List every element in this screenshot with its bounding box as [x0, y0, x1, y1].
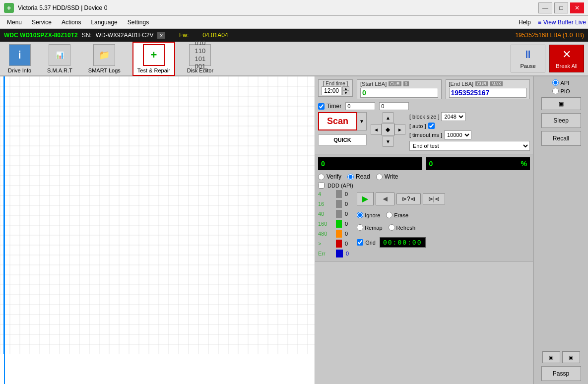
view-buffer-label: View Buffer Live: [543, 19, 586, 26]
graph-cursor: [4, 76, 5, 384]
maximize-button[interactable]: □: [554, 2, 568, 13]
verify-label: Verify: [327, 173, 341, 180]
ddd-label: DDD (API): [327, 183, 353, 189]
minimize-button[interactable]: —: [538, 2, 552, 13]
end-of-test-select[interactable]: End of test: [409, 141, 530, 151]
pause-button[interactable]: ⏸ Pause: [511, 45, 545, 72]
read-radio[interactable]: [347, 174, 354, 180]
nav-down-button[interactable]: ▼: [383, 136, 393, 147]
skip-forward-button[interactable]: ⊳|⊲: [423, 193, 445, 204]
menu-item-actions[interactable]: Actions: [57, 17, 86, 27]
nav-right-button[interactable]: ►: [394, 124, 405, 135]
block-size-label: [ block size ]: [409, 114, 440, 120]
small-button-1[interactable]: ▣: [541, 97, 581, 110]
end-time-input: ▲ ▼: [322, 86, 349, 95]
scan-button[interactable]: Scan: [318, 112, 357, 130]
write-radio[interactable]: [376, 174, 383, 180]
smart-button[interactable]: 📊 S.M.A.R.T: [43, 43, 76, 75]
xs-button-1[interactable]: ▣: [542, 351, 560, 363]
progress-value-2: 0: [429, 160, 433, 168]
device-fw: 04.01A04: [202, 32, 228, 39]
stat-480ms-bar: [336, 230, 342, 238]
block-size-row: [ block size ] 2048 1024 512: [409, 112, 530, 121]
menu-bar: Menu Service Actions Language Settings H…: [0, 16, 588, 29]
grid-check: Grid: [357, 239, 376, 246]
erase-radio[interactable]: [386, 212, 392, 218]
test-repair-icon: +: [143, 44, 165, 66]
ddd-checkbox[interactable]: [318, 182, 325, 189]
menu-item-help[interactable]: Help: [514, 17, 536, 27]
drive-info-icon: i: [9, 44, 31, 66]
menu-item-language[interactable]: Language: [86, 17, 122, 27]
recall-button[interactable]: Recall: [541, 131, 581, 146]
write-option: Write: [376, 173, 398, 180]
menu-item-settings[interactable]: Settings: [123, 17, 154, 27]
pause-label: Pause: [520, 63, 535, 69]
pause-icon: ⏸: [523, 48, 533, 61]
api-radio[interactable]: [552, 79, 559, 86]
spin-buttons: ▲ ▼: [342, 86, 349, 95]
pio-label: PIO: [561, 88, 570, 94]
drive-info-label: Drive Info: [8, 67, 31, 73]
timer-row: Timer: [318, 102, 530, 110]
smart-logs-button[interactable]: 📁 SMART Logs: [84, 43, 125, 75]
nav-up-button[interactable]: ▲: [383, 112, 393, 123]
device-fw-label: Fw:: [179, 32, 189, 39]
test-repair-button[interactable]: + Test & Repair: [132, 42, 175, 76]
main-content: [ End time ] ▲ ▼ [Start LBA] CUR: [0, 76, 588, 384]
grid-row: Grid 00:00:00: [357, 237, 445, 248]
drive-info-button[interactable]: i Drive Info: [4, 43, 35, 75]
end-lba-field[interactable]: [449, 88, 527, 98]
end-lba-box: [End LBA] CUR MAX: [446, 79, 530, 99]
stat-16ms-bar: [336, 200, 342, 208]
stat-16ms-count: 0: [345, 201, 348, 207]
stat-480ms-label: 480: [318, 231, 333, 237]
stat-4ms: 4 0: [318, 190, 349, 198]
block-size-select[interactable]: 2048 1024 512: [441, 112, 465, 121]
stat-160ms-bar: [336, 220, 342, 228]
view-buffer-button[interactable]: ≡ View Buffer Live: [538, 19, 586, 26]
xs-button-2[interactable]: ▣: [562, 351, 580, 363]
grid-checkbox[interactable]: [357, 239, 363, 246]
toolbar: i Drive Info 📊 S.M.A.R.T 📁 SMART Logs + …: [0, 42, 588, 76]
pio-radio[interactable]: [552, 88, 559, 94]
timer-field2[interactable]: [379, 102, 409, 110]
close-button[interactable]: ✕: [570, 2, 584, 13]
refresh-radio[interactable]: [389, 224, 395, 231]
passp-button[interactable]: Passp: [541, 366, 581, 381]
spin-up-button[interactable]: ▲: [342, 86, 349, 91]
device-close-button[interactable]: x: [157, 32, 165, 39]
remap-radio[interactable]: [357, 224, 363, 231]
verify-radio[interactable]: [318, 174, 325, 180]
reverse-button[interactable]: ◄: [376, 192, 394, 205]
skip-back-button[interactable]: ⊳?⊲: [396, 193, 421, 204]
device-bar: WDC WD10SPZX-80Z10T2 SN: WD-WX92AA01FC2V…: [0, 29, 588, 42]
auto-checkbox[interactable]: [428, 123, 435, 129]
timer-checkbox[interactable]: [318, 103, 325, 110]
grid-label: Grid: [365, 240, 376, 246]
device-lba: 1953525168 LBA (1.0 TB): [515, 32, 584, 39]
quick-button[interactable]: QUICK: [318, 134, 367, 145]
verify-option: Verify: [318, 173, 341, 180]
ignore-radio[interactable]: [357, 212, 363, 218]
menu-item-service[interactable]: Service: [27, 17, 57, 27]
spin-down-button[interactable]: ▼: [342, 91, 349, 95]
scan-dropdown-button[interactable]: ▼: [357, 112, 367, 130]
pio-option: PIO: [552, 88, 570, 94]
timeout-select[interactable]: 10000 5000 30000: [444, 130, 471, 139]
timer-field1[interactable]: [345, 102, 375, 110]
end-lba-label: [End LBA]: [449, 81, 474, 87]
menu-item-menu[interactable]: Menu: [2, 17, 27, 27]
end-time-field[interactable]: [322, 86, 341, 95]
auto-row: [ auto ]: [409, 123, 530, 129]
end-lba-cur-tag: CUR: [475, 81, 488, 86]
read-option: Read: [347, 173, 370, 180]
start-lba-field[interactable]: [360, 88, 438, 98]
write-label: Write: [385, 173, 398, 180]
nav-left-button[interactable]: ◄: [371, 124, 382, 135]
disk-editor-button[interactable]: 010110101001 Disk Editor: [183, 43, 217, 75]
break-all-button[interactable]: ✕ Break All: [549, 45, 584, 72]
sleep-button[interactable]: Sleep: [541, 113, 581, 128]
play-button[interactable]: ▶: [357, 192, 374, 205]
api-label: API: [561, 80, 570, 86]
